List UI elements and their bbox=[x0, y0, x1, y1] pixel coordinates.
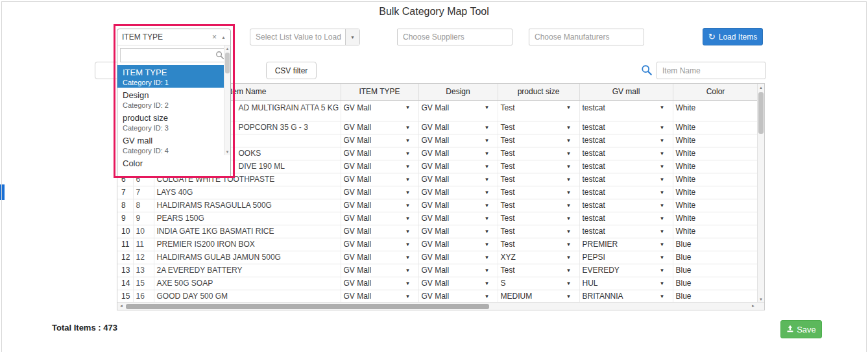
category-option[interactable]: GV mallCategory ID: 4 bbox=[117, 133, 230, 156]
product-size-select[interactable]: S▼ bbox=[501, 279, 577, 288]
design-select-value: GV Mall bbox=[422, 279, 450, 288]
item-type-select[interactable]: GV Mall▼ bbox=[344, 279, 416, 288]
clear-icon[interactable]: × bbox=[212, 32, 217, 42]
item-name-search-input[interactable] bbox=[657, 62, 766, 79]
vertical-scrollbar[interactable]: ▲ ▼ bbox=[757, 84, 764, 303]
product-size-select[interactable]: MEDIUM▼ bbox=[501, 292, 577, 301]
item-type-select[interactable]: GV Mall▼ bbox=[344, 136, 416, 145]
item-type-select[interactable]: GV Mall▼ bbox=[344, 266, 416, 275]
product-size-select[interactable]: Test▼ bbox=[501, 227, 577, 236]
gv-mall-select[interactable]: HUL▼ bbox=[583, 279, 670, 288]
header-design[interactable]: Design bbox=[418, 84, 498, 100]
list-value-select[interactable]: Select List Value to Load ▼ bbox=[250, 29, 360, 45]
save-button[interactable]: Save bbox=[780, 320, 822, 338]
gv-mall-select[interactable]: testcat▼ bbox=[583, 175, 670, 184]
design-select[interactable]: GV Mall▼ bbox=[422, 253, 495, 262]
item-type-select-value: GV Mall bbox=[344, 103, 372, 112]
design-select[interactable]: GV Mall▼ bbox=[422, 201, 495, 210]
category-option[interactable]: DesignCategory ID: 2 bbox=[117, 88, 230, 110]
header-color[interactable]: Color bbox=[673, 84, 758, 100]
gv-mall-select[interactable]: PEPSI▼ bbox=[583, 253, 670, 262]
design-select[interactable]: GV Mall▼ bbox=[422, 240, 495, 249]
design-select[interactable]: GV Mall▼ bbox=[422, 149, 495, 158]
design-select[interactable]: GV Mall▼ bbox=[422, 103, 495, 112]
design-select[interactable]: GV Mall▼ bbox=[422, 162, 495, 171]
gv-mall-select[interactable]: testcat▼ bbox=[583, 103, 670, 112]
category-option[interactable]: ITEM TYPECategory ID: 1 bbox=[117, 65, 230, 88]
product-size-select[interactable]: Test▼ bbox=[501, 123, 577, 132]
csv-filter-button[interactable]: CSV filter bbox=[266, 62, 317, 79]
header-item-type[interactable]: ITEM TYPE bbox=[341, 84, 418, 100]
gv-mall-select[interactable]: testcat▼ bbox=[583, 162, 670, 171]
horizontal-scrollbar[interactable]: ◄ ► bbox=[117, 302, 765, 310]
gv-mall-select[interactable]: BRITANNIA▼ bbox=[583, 292, 670, 301]
scroll-up-icon[interactable]: ▲ bbox=[758, 86, 764, 90]
product-size-select-value: Test bbox=[501, 201, 515, 210]
list-value-dropdown-button[interactable]: ▼ bbox=[345, 29, 359, 45]
item-type-select[interactable]: GV Mall▼ bbox=[344, 292, 416, 301]
gv-mall-select[interactable]: testcat▼ bbox=[583, 214, 670, 223]
design-select[interactable]: GV Mall▼ bbox=[422, 266, 495, 275]
gv-mall-select[interactable]: EVEREDY▼ bbox=[583, 266, 670, 275]
category-option[interactable]: product sizeCategory ID: 3 bbox=[117, 110, 230, 133]
scroll-down-icon[interactable]: ▼ bbox=[224, 150, 230, 154]
options-scrollbar-thumb[interactable] bbox=[225, 53, 230, 73]
manufacturers-input[interactable] bbox=[529, 29, 644, 45]
gv-mall-select[interactable]: PREMIER▼ bbox=[583, 240, 670, 249]
product-size-select[interactable]: Test▼ bbox=[501, 162, 577, 171]
gv-mall-select[interactable]: testcat▼ bbox=[583, 149, 670, 158]
scroll-right-icon[interactable]: ► bbox=[751, 304, 755, 308]
item-type-select[interactable]: GV Mall▼ bbox=[344, 162, 416, 171]
design-select[interactable]: GV Mall▼ bbox=[422, 292, 495, 301]
search-button[interactable] bbox=[640, 64, 654, 78]
design-select[interactable]: GV Mall▼ bbox=[422, 227, 495, 236]
item-type-select[interactable]: GV Mall▼ bbox=[344, 149, 416, 158]
product-size-select[interactable]: Test▼ bbox=[501, 240, 577, 249]
design-select[interactable]: GV Mall▼ bbox=[422, 279, 495, 288]
item-type-select[interactable]: GV Mall▼ bbox=[344, 123, 416, 132]
design-select[interactable]: GV Mall▼ bbox=[422, 123, 495, 132]
design-select[interactable]: GV Mall▼ bbox=[422, 136, 495, 145]
options-scrollbar[interactable]: ▲ ▼ bbox=[224, 45, 230, 155]
gv-mall-select[interactable]: testcat▼ bbox=[583, 136, 670, 145]
item-type-select[interactable]: GV Mall▼ bbox=[344, 103, 416, 112]
design-select[interactable]: GV Mall▼ bbox=[422, 175, 495, 184]
vertical-scrollbar-thumb[interactable] bbox=[758, 92, 764, 134]
horizontal-scrollbar-thumb[interactable] bbox=[126, 304, 489, 309]
header-product-size[interactable]: product size bbox=[498, 84, 579, 100]
category-select[interactable]: ITEM TYPE × ▲ bbox=[117, 29, 231, 45]
product-size-select[interactable]: XYZ▼ bbox=[501, 253, 577, 262]
suppliers-input[interactable] bbox=[397, 29, 512, 45]
product-size-select[interactable]: Test▼ bbox=[501, 214, 577, 223]
scroll-up-icon[interactable]: ▲ bbox=[224, 47, 230, 51]
product-size-select[interactable]: Test▼ bbox=[501, 188, 577, 197]
item-type-select[interactable]: GV Mall▼ bbox=[344, 214, 416, 223]
product-size-select[interactable]: Test▼ bbox=[501, 103, 577, 112]
scroll-left-icon[interactable]: ◄ bbox=[119, 304, 123, 308]
design-select[interactable]: GV Mall▼ bbox=[422, 188, 495, 197]
category-option[interactable]: Color bbox=[117, 156, 230, 175]
item-type-select[interactable]: GV Mall▼ bbox=[344, 188, 416, 197]
design-select[interactable]: GV Mall▼ bbox=[422, 214, 495, 223]
product-size-select[interactable]: Test▼ bbox=[501, 136, 577, 145]
scroll-down-icon[interactable]: ▼ bbox=[758, 297, 764, 301]
left-edge-tab[interactable] bbox=[0, 184, 5, 200]
item-type-select[interactable]: GV Mall▼ bbox=[344, 201, 416, 210]
dropdown-caret-icon: ▼ bbox=[405, 268, 411, 273]
category-search-input[interactable] bbox=[120, 48, 228, 62]
gv-mall-select[interactable]: testcat▼ bbox=[583, 188, 670, 197]
header-gv-mall[interactable]: GV mall bbox=[579, 84, 673, 100]
item-type-select[interactable]: GV Mall▼ bbox=[344, 253, 416, 262]
gv-mall-select[interactable]: testcat▼ bbox=[583, 201, 670, 210]
product-size-select[interactable]: Test▼ bbox=[501, 175, 577, 184]
gv-mall-select[interactable]: testcat▼ bbox=[583, 227, 670, 236]
product-size-select[interactable]: Test▼ bbox=[501, 149, 577, 158]
item-type-select[interactable]: GV Mall▼ bbox=[344, 240, 416, 249]
item-type-select[interactable]: GV Mall▼ bbox=[344, 227, 416, 236]
row-number-cell: 8 bbox=[117, 199, 133, 212]
gv-mall-select[interactable]: testcat▼ bbox=[583, 123, 670, 132]
item-type-select[interactable]: GV Mall▼ bbox=[344, 175, 416, 184]
load-items-button[interactable]: ↻ Load Items bbox=[703, 28, 763, 45]
product-size-select[interactable]: Test▼ bbox=[501, 266, 577, 275]
product-size-select[interactable]: Test▼ bbox=[501, 201, 577, 210]
